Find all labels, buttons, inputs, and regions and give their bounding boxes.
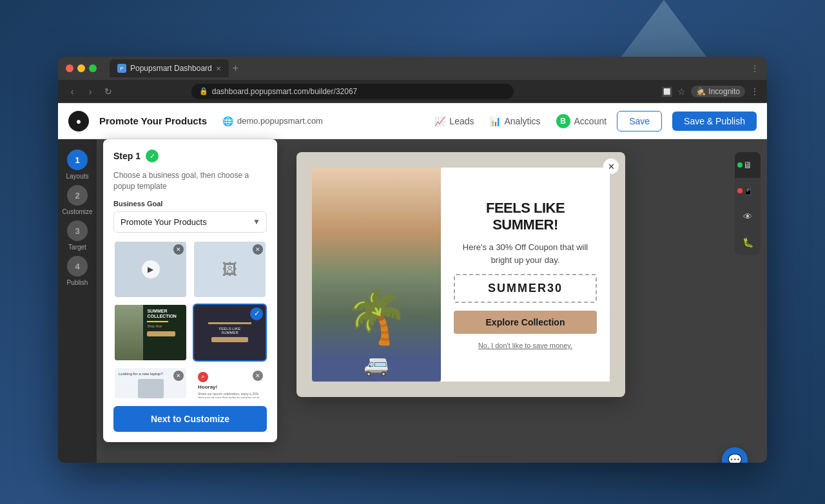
- sidebar-step-customize[interactable]: 2 Customize: [62, 185, 92, 215]
- nav-links: 📈 Leads 📊 Analytics B Account: [434, 114, 607, 128]
- popup-close-btn[interactable]: ✕: [603, 159, 619, 174]
- step-1-label: Layouts: [66, 173, 88, 180]
- step-2-number: 2: [75, 191, 79, 200]
- save-publish-button[interactable]: Save & Publish: [672, 111, 757, 131]
- popup-image-area: 🌴 🚐: [312, 168, 441, 382]
- leads-icon: 📈: [434, 116, 445, 126]
- globe-icon: 🌐: [222, 116, 233, 126]
- step-3-label: Target: [68, 244, 86, 251]
- debug-btn[interactable]: 🐛: [735, 229, 761, 255]
- template-item-video[interactable]: ▶ ✕: [113, 240, 188, 298]
- url-text: dashboard.popupsmart.com/builder/32067: [212, 87, 357, 96]
- forward-btn[interactable]: ›: [84, 86, 97, 97]
- hooray-text: Share our launch celebration, enjoy a 20…: [198, 392, 262, 398]
- site-url: demo.popupsmart.com: [237, 116, 323, 126]
- leads-nav-link[interactable]: 📈 Leads: [434, 116, 474, 126]
- browser-menu-btn[interactable]: ⋮: [750, 86, 759, 97]
- eye-icon: 👁: [743, 211, 752, 222]
- tab-bar: P Popupsmart Dashboard ✕ +: [110, 59, 745, 77]
- hooray-logo: P: [198, 372, 208, 382]
- sidebar: 1 Layouts 2 Customize 3 Target 4: [58, 139, 97, 463]
- template-remove-btn-3[interactable]: ✕: [173, 371, 184, 381]
- summer-text: Shop Now: [147, 324, 182, 328]
- template-item-selected[interactable]: FEELS LIKESUMMER ✓: [193, 304, 267, 362]
- explore-collection-button[interactable]: Explore Collection: [454, 311, 597, 334]
- logo-text: ●: [76, 116, 81, 126]
- chat-icon: 💬: [728, 453, 742, 463]
- account-nav-link[interactable]: B Account: [556, 114, 607, 128]
- selected-text: FEELS LIKESUMMER: [219, 327, 241, 334]
- mobile-view-btn[interactable]: 📱: [735, 178, 761, 204]
- mobile-inactive-indicator: [737, 188, 742, 193]
- template-item-summer[interactable]: SUMMERCOLLECTION Shop Now: [113, 304, 188, 362]
- template-item-image[interactable]: 🖼 ✕: [193, 240, 267, 298]
- summer-title: SUMMERCOLLECTION: [147, 309, 182, 320]
- desktop-view-btn[interactable]: 🖥: [735, 152, 761, 178]
- popup-content-area: FEELS LIKE SUMMER! Here's a 30% Off Coup…: [441, 168, 610, 382]
- headline-line2: SUMMER!: [492, 217, 558, 233]
- popup-subtext: Here's a 30% Off Coupon that will bright…: [454, 241, 597, 266]
- mobile-icon: 📱: [742, 186, 753, 196]
- star-icon[interactable]: ☆: [677, 86, 686, 97]
- template-item-laptop[interactable]: Looking for a new laptop? ✕: [113, 367, 188, 398]
- bug-icon: 🐛: [742, 237, 753, 247]
- step-number-text: Step 1: [113, 151, 141, 161]
- browser-more-btn[interactable]: ⋮: [750, 63, 759, 73]
- summer-right-content: SUMMERCOLLECTION Shop Now: [143, 305, 186, 360]
- goal-select-wrapper: Promote Your Products Collect Emails Ann…: [113, 211, 267, 233]
- window-controls: [66, 64, 97, 72]
- template-remove-btn-2[interactable]: ✕: [253, 244, 263, 255]
- step-panel: Step 1 ✓ Choose a business goal, then ch…: [103, 139, 277, 442]
- new-tab-btn[interactable]: +: [233, 63, 238, 74]
- template-remove-btn[interactable]: ✕: [173, 244, 184, 255]
- desktop-active-indicator: [737, 162, 742, 168]
- template-item-hooray[interactable]: P Hooray! Share our launch celebration, …: [193, 367, 267, 398]
- page-title: Promote Your Products: [99, 115, 207, 126]
- sidebar-step-target[interactable]: 3 Target: [67, 220, 88, 251]
- main-content: Step 1 ✓ Choose a business goal, then ch…: [97, 139, 767, 463]
- sidebar-step-publish[interactable]: 4 Publish: [67, 256, 88, 286]
- extension-icon[interactable]: 🔲: [661, 86, 672, 97]
- address-bar: ‹ › ↻ 🔒 dashboard.popupsmart.com/builder…: [58, 80, 767, 103]
- summer-cta: [147, 331, 175, 336]
- popup-bg-image: 🌴 🚐: [312, 168, 441, 382]
- summer-left-img: [115, 305, 143, 360]
- next-to-customize-button[interactable]: Next to Customize: [113, 406, 267, 432]
- step-4-label: Publish: [67, 279, 88, 286]
- summer-divider: [147, 321, 168, 322]
- reload-btn[interactable]: ↻: [102, 86, 115, 97]
- decline-link[interactable]: No, I don't like to save money.: [478, 342, 572, 349]
- save-button[interactable]: Save: [617, 111, 662, 131]
- image-placeholder-icon: 🖼: [222, 260, 238, 278]
- browser-tab[interactable]: P Popupsmart Dashboard ✕: [110, 59, 229, 77]
- headline-line1: FEELS LIKE: [486, 200, 565, 216]
- browser-window: P Popupsmart Dashboard ✕ + ⋮ ‹ › ↻ 🔒 das…: [58, 57, 767, 463]
- preview-btn[interactable]: 👁: [735, 204, 761, 229]
- back-btn[interactable]: ‹: [66, 86, 79, 97]
- url-bar[interactable]: 🔒 dashboard.popupsmart.com/builder/32067: [191, 84, 514, 99]
- sidebar-step-layouts[interactable]: 1 Layouts: [66, 150, 88, 180]
- browser-chrome: P Popupsmart Dashboard ✕ + ⋮: [58, 57, 767, 80]
- template-remove-btn-4[interactable]: ✕: [253, 371, 263, 381]
- preview-popup: ✕ 🌴 🚐 FEELS LIKE SUMMER! Here's a 30% Of…: [296, 152, 625, 397]
- app-body: 1 Layouts 2 Customize 3 Target 4: [58, 139, 767, 463]
- minimize-window-btn[interactable]: [77, 64, 85, 72]
- incognito-badge: 🕵 Incognito: [691, 86, 745, 97]
- chat-button[interactable]: 💬: [722, 447, 748, 463]
- palm-tree-icon: 🌴: [344, 291, 409, 343]
- close-window-btn[interactable]: [66, 64, 73, 72]
- right-toolbar: 🖥 📱 👁 🐛: [735, 152, 761, 255]
- app-logo: ●: [68, 111, 89, 131]
- coupon-code: SUMMER30: [454, 274, 597, 303]
- van-icon: 🚐: [364, 354, 389, 375]
- maximize-window-btn[interactable]: [89, 64, 97, 72]
- hooray-title: Hooray!: [198, 384, 262, 390]
- business-goal-select[interactable]: Promote Your Products Collect Emails Ann…: [113, 211, 267, 233]
- analytics-nav-link[interactable]: 📊 Analytics: [490, 116, 541, 126]
- account-label: Account: [574, 116, 607, 126]
- step-1-number: 1: [75, 155, 79, 165]
- template-selected-check: ✓: [250, 307, 263, 320]
- tab-close-btn[interactable]: ✕: [216, 65, 221, 72]
- step-3-number: 3: [75, 226, 79, 236]
- tab-title: Popupsmart Dashboard: [130, 64, 212, 73]
